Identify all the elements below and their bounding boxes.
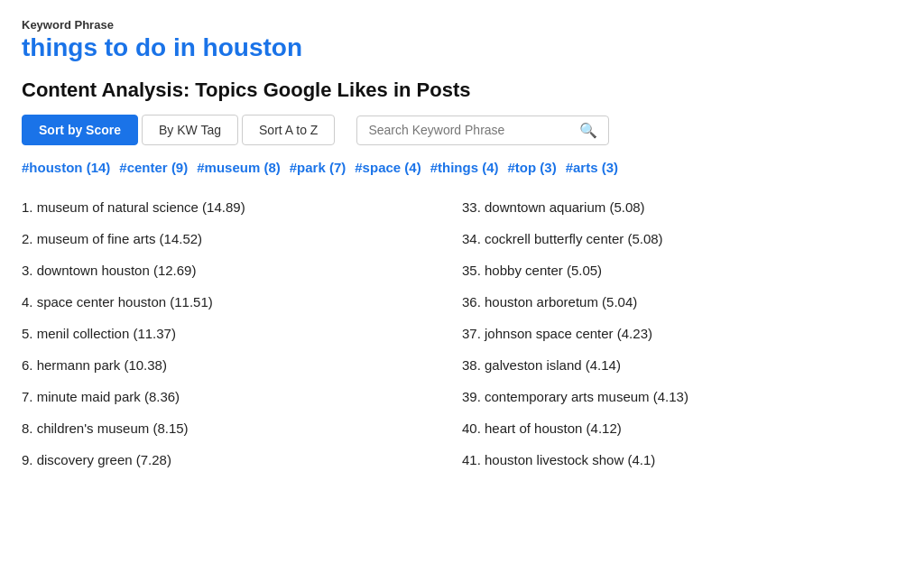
- result-item: 3. downtown houston (12.69): [22, 254, 462, 286]
- result-item: 5. menil collection (11.37): [22, 318, 462, 349]
- result-item: 1. museum of natural science (14.89): [22, 191, 462, 223]
- result-item: 4. space center houston (11.51): [22, 286, 462, 318]
- result-item: 38. galveston island (4.14): [462, 349, 902, 381]
- result-item: 7. minute maid park (8.36): [22, 381, 462, 412]
- section-title: Content Analysis: Topics Google Likes in…: [22, 79, 902, 102]
- sort-a-to-z-button[interactable]: Sort A to Z: [242, 115, 335, 145]
- sort-by-score-button[interactable]: Sort by Score: [22, 115, 138, 145]
- result-item: 40. heart of houston (4.12): [462, 412, 902, 444]
- result-item: 6. hermann park (10.38): [22, 349, 462, 381]
- tag-item[interactable]: #top (3): [508, 160, 557, 175]
- by-kw-tag-button[interactable]: By KW Tag: [142, 115, 238, 145]
- toolbar: Sort by Score By KW Tag Sort A to Z 🔍: [22, 115, 902, 145]
- result-item: 34. cockrell butterfly center (5.08): [462, 223, 902, 254]
- keyword-label: Keyword Phrase: [22, 18, 902, 32]
- result-item: 41. houston livestock show (4.1): [462, 444, 902, 476]
- result-item: 33. downtown aquarium (5.08): [462, 191, 902, 223]
- search-input[interactable]: [368, 123, 579, 137]
- tag-item[interactable]: #arts (3): [566, 160, 618, 175]
- tag-item[interactable]: #park (7): [290, 160, 346, 175]
- tag-item[interactable]: #houston (14): [22, 160, 110, 175]
- result-item: 37. johnson space center (4.23): [462, 318, 902, 349]
- results-col1: 1. museum of natural science (14.89)2. m…: [22, 191, 462, 476]
- result-item: 2. museum of fine arts (14.52): [22, 223, 462, 254]
- result-item: 8. children's museum (8.15): [22, 412, 462, 444]
- results-grid: 1. museum of natural science (14.89)2. m…: [22, 191, 902, 476]
- search-box: 🔍: [356, 116, 609, 145]
- keyword-phrase: things to do in houston: [22, 33, 902, 62]
- tag-item[interactable]: #center (9): [119, 160, 188, 175]
- tag-item[interactable]: #museum (8): [197, 160, 281, 175]
- results-col2: 33. downtown aquarium (5.08)34. cockrell…: [462, 191, 902, 476]
- tags-row: #houston (14)#center (9)#museum (8)#park…: [22, 160, 902, 175]
- result-item: 39. contemporary arts museum (4.13): [462, 381, 902, 412]
- search-icon: 🔍: [579, 122, 597, 139]
- result-item: 9. discovery green (7.28): [22, 444, 462, 476]
- result-item: 36. houston arboretum (5.04): [462, 286, 902, 318]
- result-item: 35. hobby center (5.05): [462, 254, 902, 286]
- tag-item[interactable]: #space (4): [355, 160, 420, 175]
- tag-item[interactable]: #things (4): [430, 160, 499, 175]
